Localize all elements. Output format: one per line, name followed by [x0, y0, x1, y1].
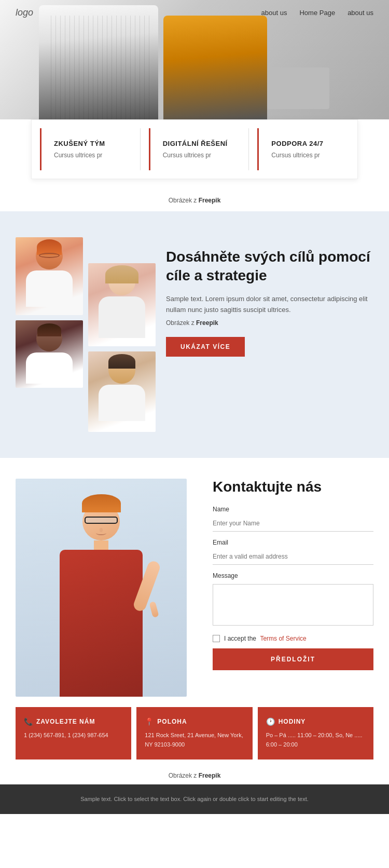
feature-divider-2 — [248, 128, 249, 170]
message-label: Message — [213, 572, 373, 579]
team-freepik-link[interactable]: Freepik — [196, 319, 218, 327]
clock-icon: 🕐 — [266, 717, 275, 726]
terms-link[interactable]: Terms of Service — [260, 635, 306, 642]
nav-about-us-1[interactable]: about us — [261, 9, 287, 17]
freepik-credit-1: Obrázek z Freepik — [0, 189, 389, 211]
hero-person-right — [163, 16, 267, 119]
main-nav: about us Home Page about us — [261, 9, 373, 17]
terms-checkbox[interactable] — [213, 635, 220, 642]
team-content: Dosáhněte svých cílů pomocí cíle a strat… — [166, 237, 373, 357]
email-label: Email — [213, 539, 373, 546]
contact-person — [44, 489, 158, 697]
photo-person-3 — [88, 263, 156, 346]
message-textarea[interactable] — [213, 584, 373, 626]
checkbox-row: I accept the Terms of Service — [213, 635, 373, 642]
photo-col-right — [88, 237, 156, 432]
submit-button[interactable]: PŘEDLOŽIT — [213, 648, 373, 670]
features-bar: ZKUŠENÝ TÝM Cursus ultrices pr DIGITÁLNÍ… — [31, 119, 358, 179]
header: logo about us Home Page about us — [0, 0, 389, 25]
info-card-text-phone: 1 (234) 567-891, 1 (234) 987-654 — [24, 731, 123, 740]
show-more-button[interactable]: UKÁZAT VÍCE — [166, 337, 245, 357]
nav-about-us-2[interactable]: about us — [348, 9, 373, 17]
feature-item-2: PODPORA 24/7 Cursus ultrices pr — [257, 128, 349, 170]
info-card-title-hours: 🕐 HODINY — [266, 717, 365, 726]
email-input[interactable] — [213, 549, 373, 565]
footer-info: 📞 ZAVOLEJTE NÁM 1 (234) 567-891, 1 (234)… — [0, 707, 389, 760]
freepik-link-1[interactable]: Freepik — [199, 197, 221, 204]
contact-photo — [16, 479, 187, 697]
feature-item-0: ZKUŠENÝ TÝM Cursus ultrices pr — [40, 128, 132, 170]
info-card-title-location: 📍 POLOHA — [145, 717, 244, 726]
phone-icon: 📞 — [24, 717, 33, 726]
feature-title-0: ZKUŠENÝ TÝM — [54, 140, 119, 147]
location-icon: 📍 — [145, 717, 154, 726]
form-group-message: Message — [213, 572, 373, 628]
nav-home-page[interactable]: Home Page — [299, 9, 335, 17]
feature-divider-1 — [140, 128, 141, 170]
feature-desc-2: Cursus ultrices pr — [271, 152, 337, 159]
photo-person-1 — [16, 237, 83, 315]
footer-bar: Sample text. Click to select the text bo… — [0, 784, 389, 814]
feature-desc-0: Cursus ultrices pr — [54, 152, 119, 159]
photo-person-2 — [16, 320, 83, 388]
contact-section: Kontaktujte nás Name Email Message I acc… — [0, 458, 389, 707]
form-group-email: Email — [213, 539, 373, 565]
info-card-text-location: 121 Rock Sreet, 21 Avenue, New York, NY … — [145, 731, 244, 749]
feature-desc-1: Cursus ultrices pr — [163, 152, 228, 159]
footer-freepik-link[interactable]: Freepik — [199, 772, 221, 779]
footer-freepik: Obrázek z Freepik — [0, 767, 389, 784]
info-card-text-hours: Po – Pá ..... 11:00 – 20:00, So, Ne ....… — [266, 731, 365, 749]
team-heading: Dosáhněte svých cílů pomocí cíle a strat… — [166, 248, 373, 286]
team-section: Dosáhněte svých cílů pomocí cíle a strat… — [0, 211, 389, 458]
person-stripes — [47, 16, 150, 119]
feature-title-2: PODPORA 24/7 — [271, 140, 337, 147]
name-label: Name — [213, 506, 373, 513]
team-photos — [16, 237, 156, 432]
feature-title-1: DIGITÁLNÍ ŘEŠENÍ — [163, 140, 228, 147]
logo: logo — [16, 7, 33, 18]
team-desc: Sample text. Lorem ipsum dolor sit amet,… — [166, 294, 373, 316]
contact-form-wrap: Kontaktujte nás Name Email Message I acc… — [197, 479, 373, 670]
info-card-title-phone: 📞 ZAVOLEJTE NÁM — [24, 717, 123, 726]
info-card-phone: 📞 ZAVOLEJTE NÁM 1 (234) 567-891, 1 (234)… — [16, 707, 131, 760]
name-input[interactable] — [213, 516, 373, 532]
hero-laptop — [267, 67, 329, 109]
info-card-location: 📍 POLOHA 121 Rock Sreet, 21 Avenue, New … — [136, 707, 252, 760]
team-freepik: Obrázek z Freepik — [166, 319, 373, 327]
checkbox-text: I accept the Terms of Service — [224, 635, 307, 642]
photo-person-4 — [88, 351, 156, 432]
feature-item-1: DIGITÁLNÍ ŘEŠENÍ Cursus ultrices pr — [149, 128, 241, 170]
form-group-name: Name — [213, 506, 373, 532]
info-card-hours: 🕐 HODINY Po – Pá ..... 11:00 – 20:00, So… — [258, 707, 373, 760]
footer-bar-text: Sample text. Click to select the text bo… — [80, 796, 309, 802]
contact-heading: Kontaktujte nás — [213, 479, 373, 495]
photo-col-left — [16, 237, 83, 432]
